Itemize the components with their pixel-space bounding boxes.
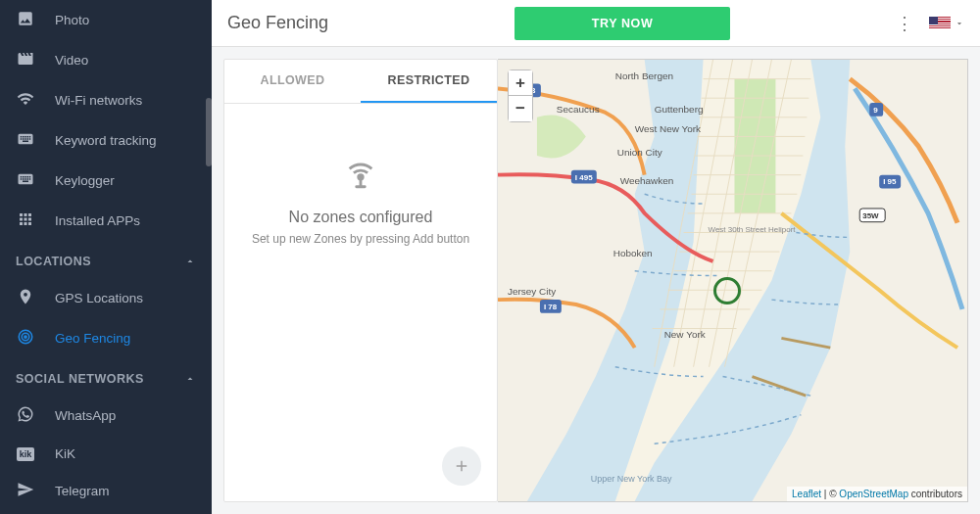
antenna-icon <box>344 158 377 195</box>
sidebar-item-label: Keyword tracking <box>55 133 157 148</box>
page-title: Geo Fencing <box>227 13 328 33</box>
svg-text:Weehawken: Weehawken <box>620 176 674 187</box>
apps-icon <box>16 210 35 231</box>
sidebar-section-social[interactable]: SOCIAL NETWORKS <box>0 358 212 396</box>
map-attribution: Leaflet | © OpenStreetMap contributors <box>787 487 967 501</box>
svg-text:New York: New York <box>664 329 706 340</box>
plus-icon <box>453 457 470 475</box>
sidebar-item-label: Installed APPs <box>55 213 140 228</box>
svg-text:Guttenberg: Guttenberg <box>655 104 704 115</box>
section-title: LOCATIONS <box>16 255 91 268</box>
svg-text:I 78: I 78 <box>544 303 558 311</box>
sidebar-section-locations[interactable]: LOCATIONS <box>0 241 212 278</box>
add-zone-button[interactable] <box>442 446 481 486</box>
photo-icon <box>16 10 35 30</box>
sidebar-item-keylogger[interactable]: Keylogger <box>0 161 212 201</box>
sidebar-item-gps[interactable]: GPS Locations <box>0 278 212 318</box>
sidebar-item-photo[interactable]: Photo <box>0 0 212 40</box>
sidebar-item-label: Geo Fencing <box>55 331 130 346</box>
svg-text:Upper New York Bay: Upper New York Bay <box>591 474 672 484</box>
target-icon <box>16 328 35 349</box>
pin-icon <box>16 288 35 308</box>
sidebar-item-label: Telegram <box>55 484 110 498</box>
empty-title: No zones configured <box>289 209 433 226</box>
sidebar-item-wifi[interactable]: Wi-Fi networks <box>0 80 212 120</box>
zoom-out-button[interactable]: − <box>509 96 532 121</box>
svg-text:North Bergen: North Bergen <box>615 70 673 81</box>
scrollbar-thumb[interactable] <box>206 98 212 166</box>
sidebar-item-label: Video <box>55 53 88 68</box>
content: ALLOWED RESTRICTED No zones configured S… <box>212 47 980 514</box>
topbar: Geo Fencing TRY NOW ⋮ <box>212 0 980 47</box>
sidebar-item-geofencing[interactable]: Geo Fencing <box>0 318 212 358</box>
leaflet-link[interactable]: Leaflet <box>792 489 821 499</box>
svg-rect-5 <box>734 79 775 213</box>
chevron-up-icon <box>184 373 196 385</box>
svg-text:35W: 35W <box>862 211 879 220</box>
sidebar-item-whatsapp[interactable]: WhatsApp <box>0 396 212 436</box>
zones-panel: ALLOWED RESTRICTED No zones configured S… <box>223 59 498 502</box>
chevron-down-icon <box>955 19 964 28</box>
osm-link[interactable]: OpenStreetMap <box>839 489 908 499</box>
sidebar-item-kik[interactable]: kik KiK <box>0 436 212 471</box>
svg-text:Secaucus: Secaucus <box>557 104 600 115</box>
map[interactable]: North Bergen Guttenberg West New York Un… <box>498 59 968 502</box>
section-title: SOCIAL NETWORKS <box>16 372 144 386</box>
sidebar-item-label: Keylogger <box>55 173 115 188</box>
map-zoom-controls: + − <box>508 70 533 122</box>
sidebar-item-keyword[interactable]: Keyword tracking <box>0 120 212 161</box>
sidebar-item-apps[interactable]: Installed APPs <box>0 201 212 241</box>
svg-text:Jersey City: Jersey City <box>508 286 556 297</box>
chevron-up-icon <box>184 256 196 267</box>
kik-icon: kik <box>16 445 35 461</box>
svg-text:I 95: I 95 <box>883 178 897 187</box>
sidebar-item-label: KiK <box>55 446 75 461</box>
sidebar-item-telegram[interactable]: Telegram <box>0 471 212 511</box>
wifi-icon <box>16 90 35 111</box>
more-menu-icon[interactable]: ⋮ <box>896 13 913 34</box>
main-area: Geo Fencing TRY NOW ⋮ ALLOWED RESTRICTED… <box>212 0 980 514</box>
sidebar-item-video[interactable]: Video <box>0 40 212 80</box>
tabs: ALLOWED RESTRICTED <box>224 60 497 104</box>
us-flag-icon <box>929 17 951 30</box>
keyboard-icon <box>16 130 35 151</box>
svg-text:West New York: West New York <box>635 123 701 134</box>
sidebar-item-label: Photo <box>55 13 89 27</box>
svg-text:West 30th Street Heliport: West 30th Street Heliport <box>709 226 797 235</box>
language-selector[interactable] <box>929 17 964 30</box>
video-icon <box>16 50 35 70</box>
empty-state: No zones configured Set up new Zones by … <box>224 104 497 501</box>
geo-marker[interactable] <box>713 277 741 304</box>
whatsapp-icon <box>16 405 35 426</box>
sidebar-item-label: WhatsApp <box>55 408 116 423</box>
svg-text:Hoboken: Hoboken <box>613 248 653 258</box>
keyboard-icon <box>16 170 35 191</box>
sidebar-item-label: Wi-Fi networks <box>55 93 142 108</box>
empty-subtitle: Set up new Zones by pressing Add button <box>252 232 469 246</box>
svg-point-2 <box>24 336 26 338</box>
svg-text:I 495: I 495 <box>575 173 593 182</box>
telegram-icon <box>16 481 35 501</box>
sidebar-item-label: GPS Locations <box>55 291 143 305</box>
svg-text:9: 9 <box>873 106 878 115</box>
tab-allowed[interactable]: ALLOWED <box>224 60 361 103</box>
try-now-button[interactable]: TRY NOW <box>514 7 730 40</box>
tab-restricted[interactable]: RESTRICTED <box>361 60 497 103</box>
sidebar: Photo Video Wi-Fi networks Keyword track… <box>0 0 212 514</box>
svg-text:Union City: Union City <box>617 147 662 158</box>
zoom-in-button[interactable]: + <box>509 70 532 96</box>
